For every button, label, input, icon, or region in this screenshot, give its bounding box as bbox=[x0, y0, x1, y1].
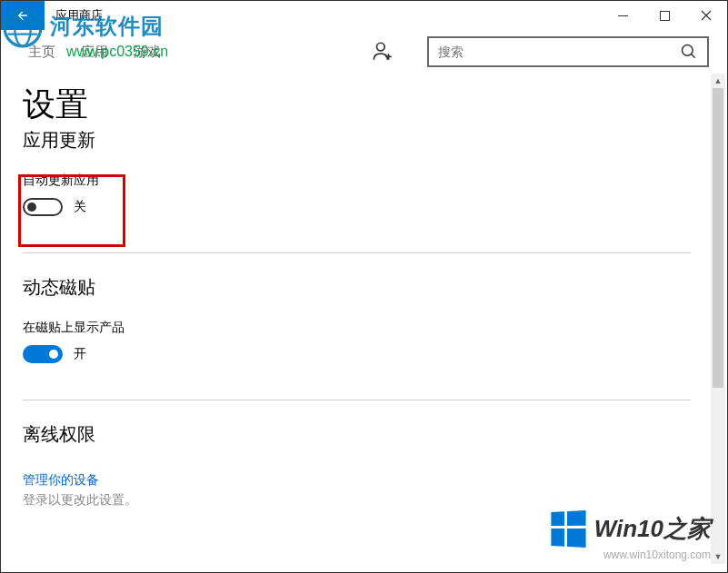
user-icon bbox=[371, 40, 394, 64]
divider bbox=[23, 400, 691, 400]
brand-text: Win10之家 bbox=[594, 513, 711, 545]
section-app-updates: 应用更新 bbox=[23, 128, 691, 153]
svg-point-5 bbox=[15, 10, 31, 46]
auto-update-label: 自动更新应用 bbox=[23, 173, 691, 189]
minimize-icon bbox=[618, 15, 628, 16]
section-live-tiles: 动态磁贴 bbox=[23, 275, 691, 300]
scrollbar-thumb[interactable] bbox=[713, 88, 723, 388]
svg-point-3 bbox=[683, 45, 693, 56]
maximize-button[interactable] bbox=[643, 1, 685, 30]
svg-rect-0 bbox=[618, 15, 628, 16]
close-button[interactable] bbox=[685, 1, 727, 30]
content-area: 设置 应用更新 自动更新应用 关 动态磁贴 在磁贴上显示产品 开 离线权限 管理… bbox=[1, 74, 727, 572]
show-products-toggle[interactable] bbox=[23, 345, 63, 363]
search-input[interactable] bbox=[438, 44, 680, 59]
svg-point-4 bbox=[5, 10, 41, 46]
auto-update-state: 关 bbox=[74, 199, 86, 215]
signin-hint: 登录以更改此设置。 bbox=[23, 492, 691, 509]
watermark-brand: Win10之家 www.win10xitong.com bbox=[550, 511, 711, 561]
scrollbar[interactable]: ▲ ▼ bbox=[711, 74, 725, 564]
search-button[interactable] bbox=[680, 43, 698, 61]
scroll-down-icon[interactable]: ▼ bbox=[711, 549, 725, 564]
windows-flag-icon bbox=[551, 510, 585, 548]
scroll-up-icon[interactable]: ▲ bbox=[711, 74, 725, 88]
search-icon bbox=[680, 43, 698, 61]
minimize-button[interactable] bbox=[602, 1, 643, 30]
globe-icon bbox=[3, 8, 43, 48]
brand-url: www.win10xitong.com bbox=[603, 548, 711, 561]
manage-devices-link[interactable]: 管理你的设备 bbox=[23, 472, 691, 489]
auto-update-toggle-row: 关 bbox=[23, 198, 691, 216]
svg-point-2 bbox=[377, 43, 385, 51]
close-icon bbox=[701, 10, 712, 21]
search-box[interactable] bbox=[427, 36, 709, 67]
watermark-logo: 河东软件园 bbox=[3, 8, 164, 48]
maximize-icon bbox=[660, 11, 670, 21]
section-offline: 离线权限 bbox=[23, 422, 691, 447]
divider bbox=[23, 252, 691, 253]
watermark-url: www.pc0359.cn bbox=[66, 44, 168, 60]
show-products-label: 在磁贴上显示产品 bbox=[23, 320, 691, 336]
window-controls bbox=[602, 1, 727, 30]
user-account-button[interactable] bbox=[371, 40, 394, 64]
auto-update-toggle[interactable] bbox=[23, 198, 63, 216]
page-title: 设置 bbox=[23, 83, 705, 127]
svg-rect-1 bbox=[660, 11, 669, 20]
show-products-state: 开 bbox=[74, 346, 86, 362]
show-products-toggle-row: 开 bbox=[23, 345, 691, 363]
